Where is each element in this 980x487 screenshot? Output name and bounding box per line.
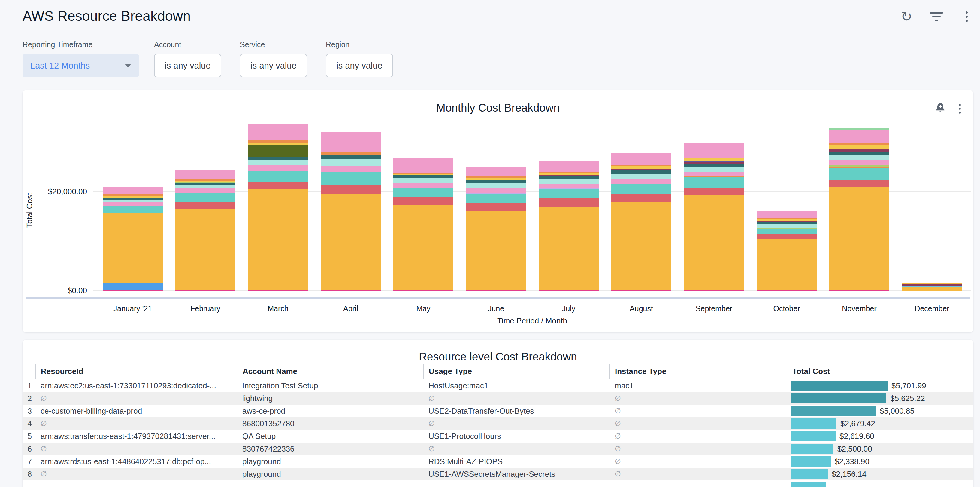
bar-segment-plum[interactable] <box>902 284 962 286</box>
bar-segment-pink[interactable] <box>393 183 453 188</box>
bar-segment-slate[interactable] <box>248 157 308 160</box>
bar-segment-yellow[interactable] <box>684 158 744 161</box>
bar-segment-magenta[interactable] <box>393 290 453 291</box>
stacked-bar-January '21[interactable] <box>103 187 163 291</box>
bar-segment-paleCyan[interactable] <box>829 155 889 160</box>
bar-segment-teal[interactable] <box>248 171 308 182</box>
bar-segment-magenta[interactable] <box>321 290 381 291</box>
filter-icon[interactable] <box>929 10 943 24</box>
bar-segment-amber[interactable] <box>757 239 817 290</box>
bar-segment-paleCyan[interactable] <box>103 200 163 203</box>
bar-segment-pink[interactable] <box>684 143 744 158</box>
bar-segment-amber[interactable] <box>175 209 235 290</box>
bar-segment-coral[interactable] <box>175 202 235 209</box>
bar-segment-pink[interactable] <box>611 153 671 165</box>
bar-segment-teal[interactable] <box>175 193 235 202</box>
stacked-bar-May[interactable] <box>393 158 453 291</box>
bar-segment-paleCyan[interactable] <box>466 184 526 188</box>
bar-segment-olive[interactable] <box>248 145 308 157</box>
bar-segment-pink[interactable] <box>321 132 381 152</box>
bar-segment-yellow[interactable] <box>539 172 599 175</box>
stacked-bar-December[interactable] <box>902 283 962 291</box>
bar-segment-teal[interactable] <box>539 189 599 198</box>
stacked-bar-August[interactable] <box>611 153 671 291</box>
table-row[interactable]: 7arn:aws:rds:us-east-1:448640225317:db:p… <box>22 455 974 468</box>
bar-segment-teal[interactable] <box>611 184 671 195</box>
bar-segment-paleCyan[interactable] <box>393 178 453 183</box>
bar-segment-teal[interactable] <box>684 177 744 188</box>
account-filter-button[interactable]: is any value <box>154 54 221 77</box>
bar-segment-pink[interactable] <box>175 169 235 179</box>
bar-segment-amber[interactable] <box>321 195 381 290</box>
col-header-account-name[interactable]: Account Name <box>237 364 423 379</box>
region-filter-button[interactable]: is any value <box>326 54 393 77</box>
table-row[interactable]: 3ce-customer-billing-data-prodaws-ce-pro… <box>22 405 974 417</box>
bar-segment-amber[interactable] <box>248 189 308 290</box>
stacked-bar-June[interactable] <box>466 167 526 291</box>
bar-segment-coral[interactable] <box>829 180 889 187</box>
bar-segment-pink[interactable] <box>757 211 817 218</box>
bar-segment-pink[interactable] <box>539 161 599 172</box>
bar-segment-orange[interactable] <box>321 152 381 155</box>
bar-segment-magenta[interactable] <box>248 290 308 291</box>
timeframe-select[interactable]: Last 12 Months <box>22 54 139 77</box>
bar-segment-slate[interactable] <box>466 180 526 184</box>
col-header-usage-type[interactable]: Usage Type <box>423 364 609 379</box>
bar-segment-magenta[interactable] <box>829 290 889 291</box>
bar-segment-magenta[interactable] <box>684 290 744 291</box>
bar-segment-paleCyan[interactable] <box>684 166 744 172</box>
table-row[interactable]: 4∅868001352780∅∅$2,679.42 <box>22 417 974 430</box>
bar-segment-magenta[interactable] <box>539 290 599 291</box>
col-header-instance-type[interactable]: Instance Type <box>609 364 787 379</box>
bar-segment-teal[interactable] <box>829 168 889 180</box>
refresh-icon[interactable]: ↻ <box>899 10 913 24</box>
table-row[interactable]: 6∅830767422336∅∅$2,500.00 <box>22 442 974 455</box>
service-filter-button[interactable]: is any value <box>240 54 307 77</box>
table-row[interactable]: 1arn:aws:ec2:us-east-1:733017110293:dedi… <box>22 379 974 392</box>
bar-segment-amber[interactable] <box>829 187 889 290</box>
bar-segment-paleCyan[interactable] <box>321 159 381 166</box>
bar-segment-amber[interactable] <box>611 202 671 290</box>
bar-segment-coral[interactable] <box>757 235 817 239</box>
bar-segment-orange[interactable] <box>103 194 163 196</box>
bar-segment-pink[interactable] <box>466 167 526 177</box>
bar-segment-pink[interactable] <box>829 160 889 165</box>
bar-segment-teal[interactable] <box>321 172 381 185</box>
kebab-menu-icon[interactable] <box>959 10 974 24</box>
bar-segment-slate[interactable] <box>103 198 163 200</box>
table-row[interactable]: 8∅playgroundUSE1-AWSSecretsManager-Secre… <box>22 468 974 481</box>
bar-segment-teal[interactable] <box>466 194 526 203</box>
bar-segment-magenta[interactable] <box>175 290 235 291</box>
bar-segment-pink[interactable] <box>466 188 526 193</box>
bar-segment-teal[interactable] <box>757 229 817 234</box>
bar-segment-slate[interactable] <box>321 155 381 159</box>
bar-segment-paleCyan[interactable] <box>611 174 671 179</box>
bar-segment-blue[interactable] <box>103 283 163 290</box>
table-row[interactable]: 5arn:aws:transfer:us-east-1:479370281431… <box>22 430 974 442</box>
bar-segment-pink[interactable] <box>611 179 671 184</box>
bar-segment-paleCyan[interactable] <box>539 179 599 184</box>
bar-segment-slate[interactable] <box>757 222 817 224</box>
bar-segment-coral[interactable] <box>539 198 599 207</box>
bar-segment-pink[interactable] <box>103 187 163 194</box>
bar-segment-pink[interactable] <box>248 125 308 140</box>
bar-segment-yellow[interactable] <box>466 178 526 180</box>
bar-segment-magenta[interactable] <box>466 290 526 291</box>
stacked-bar-July[interactable] <box>539 161 599 291</box>
bar-segment-pink[interactable] <box>321 166 381 172</box>
bar-segment-yellow[interactable] <box>829 145 889 149</box>
bar-segment-teal[interactable] <box>103 206 163 212</box>
bar-segment-slate[interactable] <box>611 170 671 174</box>
bar-segment-pink[interactable] <box>248 165 308 171</box>
chart-scrollbar[interactable] <box>25 297 970 299</box>
bar-segment-coral[interactable] <box>393 197 453 205</box>
stacked-bar-October[interactable] <box>757 211 817 291</box>
bar-segment-amber[interactable] <box>902 287 962 291</box>
table-row[interactable]: 2∅lightwing∅∅$5,625.22 <box>22 392 974 405</box>
bar-segment-paleCyan[interactable] <box>248 160 308 164</box>
bar-segment-coral[interactable] <box>248 182 308 189</box>
bar-segment-slate[interactable] <box>684 163 744 166</box>
stacked-bar-September[interactable] <box>684 143 744 291</box>
table-row[interactable] <box>22 481 974 487</box>
bar-segment-plum[interactable] <box>829 149 889 152</box>
